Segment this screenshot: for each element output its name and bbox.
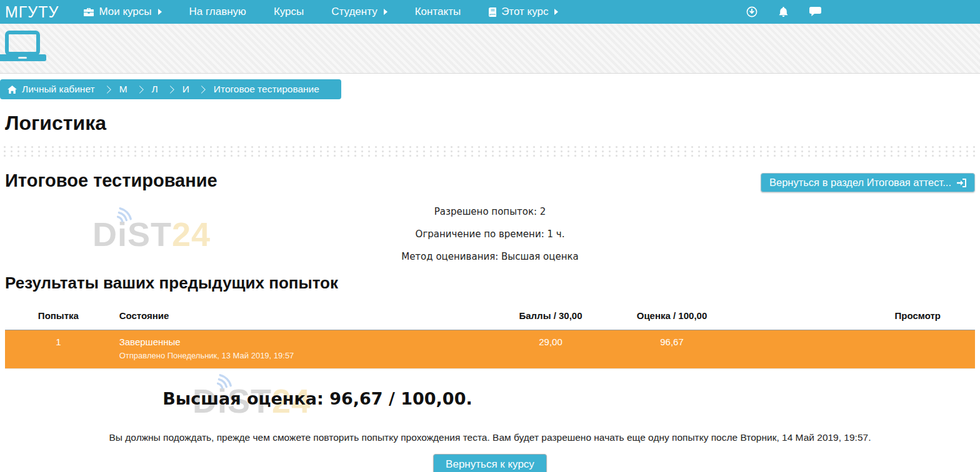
chevron-right-icon — [198, 86, 206, 94]
quiz-info: Разрешено попыток: 2 Ограничение по врем… — [5, 206, 975, 262]
laptop-notch — [18, 57, 27, 59]
breadcrumb-item-l[interactable]: Л — [152, 84, 158, 95]
attempt-number-cell: 1 — [5, 330, 112, 369]
attempts-table-header: Попытка Состояние Баллы / 30,00 Оценка /… — [5, 303, 975, 330]
chevron-right-icon — [166, 86, 174, 94]
back-to-section-label: Вернуться в раздел Итоговая аттест... — [769, 177, 951, 189]
col-header-attempt: Попытка — [5, 303, 112, 330]
breadcrumb-item-dashboard[interactable]: Личный кабинет — [22, 84, 95, 95]
nav-item-label: Курсы — [274, 6, 304, 18]
nav-item-label: Этот курс — [501, 6, 548, 18]
sign-in-arrow-icon — [957, 179, 966, 187]
book-icon — [488, 7, 496, 17]
final-grade-text: Высшая оценка: 96,67 / 100,00. — [5, 389, 630, 408]
attempt-submitted-date: Отправлено Понедельник, 13 Май 2019, 19:… — [119, 351, 481, 360]
nav-this-course[interactable]: Этот курс — [488, 6, 558, 18]
chevron-right-icon — [103, 86, 111, 94]
nav-item-label: Студенту — [331, 6, 377, 18]
breadcrumb-item-i[interactable]: И — [182, 84, 189, 95]
attempt-state-cell: Завершенные Отправлено Понедельник, 13 М… — [112, 330, 486, 369]
quiz-info-attempts-allowed: Разрешено попыток: 2 — [5, 206, 975, 217]
top-navbar: МГУТУ Мои курсы На главную Курсы Студент… — [0, 0, 980, 24]
nav-my-courses[interactable]: Мои курсы — [84, 6, 161, 18]
chevron-right-icon — [136, 86, 144, 94]
quiz-info-grading-method: Метод оценивания: Высшая оценка — [5, 251, 975, 262]
wifi-arcs-icon — [211, 366, 241, 390]
caret-right-icon — [384, 9, 388, 15]
nav-item-label: На главную — [189, 6, 246, 18]
results-heading: Результаты ваших предыдущих попыток — [5, 273, 975, 293]
attempt-state: Завершенные — [119, 337, 481, 347]
nav-home[interactable]: На главную — [189, 6, 246, 18]
col-header-review: Просмотр — [728, 303, 975, 330]
back-to-section-button[interactable]: Вернуться в раздел Итоговая аттест... — [761, 173, 975, 192]
caret-right-icon — [158, 9, 162, 15]
laptop-screen — [5, 31, 40, 56]
back-to-course-button[interactable]: Вернуться к курсу — [433, 454, 547, 472]
home-icon[interactable] — [8, 86, 17, 94]
attempt-grade-cell: 96,67 — [616, 330, 728, 369]
col-header-marks: Баллы / 30,00 — [485, 303, 616, 330]
breadcrumb-item-m[interactable]: М — [119, 84, 128, 95]
dotted-divider — [0, 144, 980, 157]
bell-icon[interactable] — [778, 7, 789, 17]
brand-logo[interactable]: МГУТУ — [0, 3, 68, 21]
circle-arrow-down-icon[interactable] — [746, 6, 758, 17]
header-banner — [0, 24, 980, 74]
quiz-header: Итоговое тестирование Вернуться в раздел… — [5, 170, 975, 192]
attempts-table: Попытка Состояние Баллы / 30,00 Оценка /… — [5, 303, 975, 369]
col-header-state: Состояние — [112, 303, 486, 330]
breadcrumb-item-current: Итоговое тестирование — [214, 84, 319, 95]
quiz-info-time-limit: Ограничение по времени: 1 ч. — [5, 229, 975, 240]
nav-student[interactable]: Студенту — [331, 6, 387, 18]
breadcrumb: Личный кабинет М Л И Итоговое тестирован… — [0, 79, 341, 99]
briefcase-icon — [84, 8, 94, 16]
final-grade-section: DiST24 Высшая оценка: 96,67 / 100,00. — [5, 389, 630, 408]
page-title: Логистика — [5, 112, 975, 135]
main-content: DiST24 Итоговое тестирование Вернуться в… — [0, 157, 980, 472]
nav-courses[interactable]: Курсы — [274, 6, 304, 18]
retry-wait-text: Вы должны подождать, прежде чем сможете … — [5, 432, 975, 443]
nav-contacts[interactable]: Контакты — [415, 6, 461, 18]
attempt-review-cell — [728, 330, 975, 369]
attempt-row: 1 Завершенные Отправлено Понедельник, 13… — [5, 330, 975, 369]
caret-right-icon — [554, 9, 558, 15]
navbar-icon-group — [746, 6, 821, 17]
col-header-grade: Оценка / 100,00 — [616, 303, 728, 330]
quiz-title: Итоговое тестирование — [5, 170, 218, 191]
nav-item-label: Мои курсы — [99, 6, 151, 18]
nav-item-label: Контакты — [415, 6, 461, 18]
chat-icon[interactable] — [809, 7, 821, 17]
attempt-marks-cell: 29,00 — [485, 330, 616, 369]
